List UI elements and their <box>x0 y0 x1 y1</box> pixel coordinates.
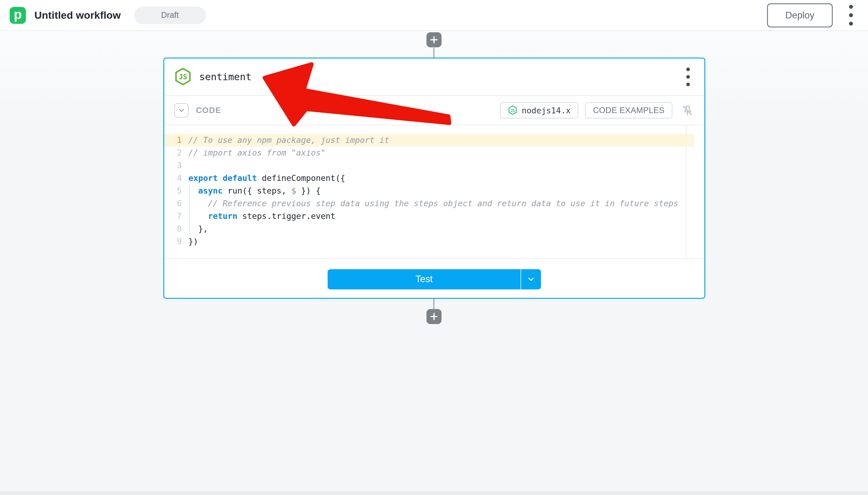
workflow-title[interactable]: Untitled workflow <box>34 9 121 21</box>
svg-text:JS: JS <box>510 108 515 113</box>
code-line[interactable]: 4export default defineComponent({ <box>164 172 704 185</box>
line-number: 3 <box>164 159 182 172</box>
code-examples-label: CODE EXAMPLES <box>593 106 664 115</box>
test-button[interactable]: Test <box>328 269 521 289</box>
code-line[interactable]: 9}) <box>164 235 704 248</box>
code-line[interactable]: 3 <box>164 159 704 172</box>
workflow-canvas: JS sentiment CODE JS <box>0 31 868 495</box>
code-line-text: return steps.trigger.event <box>182 210 335 222</box>
chevron-down-icon <box>526 274 536 284</box>
pipedream-logo-icon[interactable]: p <box>10 7 26 24</box>
line-number: 8 <box>164 222 182 235</box>
code-lines-container: 1// To use any npm package, just import … <box>164 134 704 248</box>
code-line-text: }, <box>182 222 208 235</box>
step-card-sentiment: JS sentiment CODE JS <box>163 57 705 299</box>
code-line-text: export default defineComponent({ <box>182 172 345 185</box>
line-number: 4 <box>164 172 182 185</box>
svg-text:JS: JS <box>179 73 187 81</box>
code-line-text: async run({ steps, $ }) { <box>182 185 321 197</box>
collapse-section-button[interactable] <box>174 103 189 118</box>
deploy-button[interactable]: Deploy <box>767 3 833 28</box>
connector-line-top <box>433 47 435 58</box>
line-number: 6 <box>164 197 182 210</box>
status-badge: Draft <box>134 7 206 24</box>
line-number: 9 <box>164 235 182 248</box>
add-step-above-button[interactable] <box>427 32 441 47</box>
test-options-button[interactable] <box>521 269 541 289</box>
line-number: 2 <box>164 147 182 159</box>
code-line-text: // Reference previous step data using th… <box>182 197 678 210</box>
step-name[interactable]: sentiment <box>199 71 251 83</box>
line-number: 7 <box>164 210 182 222</box>
code-section-label: CODE <box>196 106 221 115</box>
top-bar: p Untitled workflow Draft Deploy <box>0 0 868 31</box>
code-examples-button[interactable]: CODE EXAMPLES <box>585 102 672 118</box>
line-number: 5 <box>164 185 182 197</box>
code-line[interactable]: 5 async run({ steps, $ }) { <box>164 185 704 197</box>
toolbar-right-group: JS nodejs14.x CODE EXAMPLES <box>500 102 696 118</box>
workflow-editor: p Untitled workflow Draft Deploy JS sent… <box>0 0 868 495</box>
code-line-text <box>182 159 188 172</box>
code-line-text: // To use any npm package, just import i… <box>182 134 389 147</box>
plus-icon <box>430 312 438 321</box>
step-menu-kebab-icon[interactable] <box>683 65 693 89</box>
nodejs-small-icon: JS <box>508 105 518 116</box>
code-line[interactable]: 8 }, <box>164 222 704 235</box>
code-editor[interactable]: 1// To use any npm package, just import … <box>164 125 704 258</box>
workflow-menu-kebab-icon[interactable] <box>846 2 856 29</box>
code-line[interactable]: 6 // Reference previous step data using … <box>164 197 704 210</box>
code-line[interactable]: 7 return steps.trigger.event <box>164 210 704 222</box>
code-section-toolbar: CODE JS nodejs14.x CODE EXAMPLES <box>164 96 704 125</box>
unpin-button[interactable] <box>679 104 696 117</box>
test-split-button: Test <box>328 269 541 289</box>
nodejs-icon: JS <box>174 67 192 86</box>
code-line[interactable]: 1// To use any npm package, just import … <box>164 134 694 147</box>
chevron-down-icon <box>177 106 186 115</box>
connector-line-bottom <box>433 299 435 310</box>
test-row: Test <box>164 259 704 300</box>
canvas-bottom-edge <box>0 491 868 495</box>
code-line[interactable]: 2// import axios from "axios" <box>164 147 704 159</box>
code-line-text: // import axios from "axios" <box>182 147 326 159</box>
runtime-label: nodejs14.x <box>522 106 571 115</box>
add-step-below-button[interactable] <box>427 309 441 324</box>
runtime-badge[interactable]: JS nodejs14.x <box>500 102 579 118</box>
code-line-text: }) <box>182 235 198 248</box>
line-number: 1 <box>164 134 182 147</box>
plus-icon <box>430 35 438 44</box>
step-card-header: JS sentiment <box>164 58 704 95</box>
pin-off-icon <box>681 104 694 117</box>
